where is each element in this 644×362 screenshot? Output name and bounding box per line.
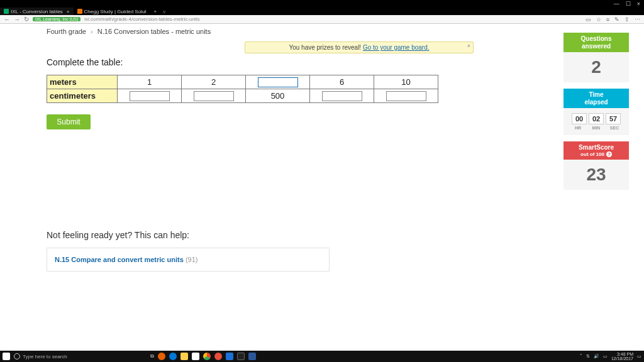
new-tab-button[interactable]: +: [150, 8, 161, 15]
browser-tab-ixl[interactable]: IXL - Conversion tables ×: [0, 8, 74, 15]
clock-label-sec: SEC: [606, 126, 623, 130]
input-cm-1[interactable]: [194, 91, 234, 101]
clock-sec: 57: [606, 113, 621, 124]
input-cm-0[interactable]: [130, 91, 170, 101]
clock-label-min: MIN: [588, 126, 604, 130]
clock-label-hr: HR: [570, 126, 586, 130]
breadcrumb-level[interactable]: Fourth grade: [47, 28, 86, 35]
te-title2: elapsed: [584, 99, 608, 106]
more-icon[interactable]: ⋯: [635, 16, 640, 23]
favorites-hub-icon[interactable]: ≡: [606, 16, 609, 23]
tab-title: Chegg Study | Guided Solut: [84, 9, 147, 14]
tab-title: IXL - Conversion tables: [11, 9, 63, 14]
start-button-icon[interactable]: [3, 353, 10, 360]
cell-cm-2: 500: [246, 89, 310, 103]
windows-taskbar[interactable]: Type here to search ⧉ ˄ ⇅ 🔊 ▭ 3:48 PM 12…: [0, 351, 644, 362]
nav-forward-icon[interactable]: →: [14, 16, 20, 23]
table-row: meters 1 2 6 10: [47, 75, 438, 89]
taskbar-search[interactable]: Type here to search: [14, 353, 67, 359]
taskbar-word-icon[interactable]: [248, 353, 256, 360]
cell-m-4: 10: [374, 75, 438, 89]
row-label-centimeters: centimeters: [47, 89, 118, 103]
breadcrumb: Fourth grade › N.16 Conversion tables - …: [47, 28, 564, 35]
breadcrumb-skill: N.16 Conversion tables - metric units: [97, 28, 211, 35]
taskbar-search-placeholder: Type here to search: [23, 354, 67, 359]
prize-link[interactable]: Go to your game board.: [363, 44, 430, 51]
smartscore-panel: SmartScore out of 100? 23: [564, 141, 629, 190]
cell-m-0: 1: [118, 75, 182, 89]
time-elapsed-panel: Timeelapsed 00 02 57 HR MIN SEC: [564, 89, 629, 135]
notes-icon[interactable]: ✎: [614, 16, 619, 23]
table-row: centimeters 500: [47, 89, 438, 103]
favorite-star-icon[interactable]: ☆: [596, 16, 601, 23]
taskbar-firefox-icon[interactable]: [158, 353, 165, 360]
prize-text: You have prizes to reveal!: [289, 44, 362, 51]
help-skill-score: (91): [186, 256, 198, 263]
taskbar-date[interactable]: 12/18/2017: [611, 356, 633, 361]
url-text[interactable]: ixl.com/math/grade-4/conversion-tables-m…: [84, 16, 200, 22]
taskbar-app-icon[interactable]: [214, 353, 222, 360]
tray-battery-icon[interactable]: ▭: [603, 354, 608, 359]
window-minimize[interactable]: —: [614, 1, 619, 7]
taskbar-chrome-icon[interactable]: [203, 353, 211, 360]
tray-volume-icon[interactable]: 🔊: [594, 354, 599, 359]
taskbar-edge-icon[interactable]: [169, 353, 177, 360]
input-cm-3[interactable]: [322, 91, 362, 101]
taskbar-store-icon[interactable]: [192, 353, 199, 360]
row-label-meters: meters: [47, 75, 118, 89]
conversion-table: meters 1 2 6 10 centimeters 500: [47, 75, 438, 103]
smartscore-value: 23: [586, 165, 606, 184]
tray-network-icon[interactable]: ⇅: [586, 354, 590, 359]
qa-title2: answered: [582, 43, 611, 50]
questions-answered-value: 2: [591, 57, 601, 77]
te-title1: Time: [589, 91, 603, 98]
taskbar-mail-icon[interactable]: [237, 353, 245, 360]
submit-button[interactable]: Submit: [47, 114, 91, 129]
site-identity[interactable]: IXL Learning, Inc [US]: [33, 17, 80, 21]
qa-title1: Questions: [581, 35, 612, 42]
cell-m-1: 2: [182, 75, 246, 89]
help-box: N.15 Compare and convert metric units (9…: [47, 248, 330, 272]
clock-hr: 00: [572, 113, 587, 124]
window-maximize[interactable]: ☐: [626, 1, 631, 7]
reading-view-icon[interactable]: ▭: [586, 16, 591, 23]
prize-close-icon[interactable]: ×: [467, 43, 470, 49]
share-icon[interactable]: ⇪: [625, 16, 630, 23]
taskbar-time[interactable]: 3:48 PM: [611, 352, 633, 356]
nav-back-icon[interactable]: ←: [4, 16, 10, 23]
tab-close-icon[interactable]: ×: [67, 9, 70, 14]
favicon-ixl: [4, 9, 9, 14]
prize-banner: You have prizes to reveal! Go to your ga…: [245, 41, 474, 53]
window-close[interactable]: ×: [637, 1, 640, 7]
help-heading: Not feeling ready yet? This can help:: [47, 230, 564, 240]
question-prompt: Complete the table:: [47, 57, 564, 67]
task-view-icon[interactable]: ⧉: [150, 353, 154, 359]
favicon-chegg: [77, 9, 82, 14]
cell-m-3: 6: [310, 75, 374, 89]
taskbar-app2-icon[interactable]: [226, 353, 233, 360]
ss-sub: out of 100: [580, 151, 604, 157]
help-skill-link[interactable]: Compare and convert metric units: [71, 256, 184, 263]
nav-refresh-icon[interactable]: ↻: [24, 16, 29, 23]
input-cm-4[interactable]: [386, 91, 426, 101]
input-meters-2[interactable]: [258, 77, 298, 87]
clock-min: 02: [589, 113, 604, 124]
smartscore-help-icon[interactable]: ?: [606, 151, 612, 157]
help-skill-code: N.15: [55, 256, 69, 263]
action-center-icon[interactable]: ▭: [637, 354, 641, 359]
taskbar-explorer-icon[interactable]: [180, 353, 188, 360]
ss-title: SmartScore: [579, 144, 614, 151]
questions-answered-panel: Questionsanswered 2: [564, 33, 629, 82]
cortana-icon[interactable]: [14, 353, 20, 359]
tray-up-icon[interactable]: ˄: [580, 354, 582, 359]
browser-tab-chegg[interactable]: Chegg Study | Guided Solut: [74, 8, 150, 15]
tabs-dropdown-icon[interactable]: v: [163, 9, 165, 14]
